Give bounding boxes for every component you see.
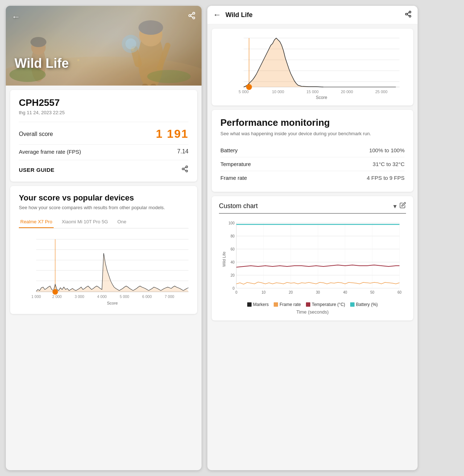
share-icon-small[interactable] [181, 165, 188, 174]
svg-text:20 000: 20 000 [341, 90, 353, 94]
perf-title: Performance monitoring [220, 117, 405, 128]
svg-text:50: 50 [370, 290, 374, 294]
stat-battery: Battery 100% to 100% [220, 144, 405, 157]
svg-text:40: 40 [343, 290, 347, 294]
distribution-chart: 5 000 10 000 15 000 20 000 25 000 Score [218, 34, 407, 100]
battery-value: 100% to 100% [369, 147, 405, 153]
legend-temperature: Temperature (°C) [306, 302, 345, 307]
svg-text:100: 100 [228, 221, 235, 225]
svg-text:3 000: 3 000 [75, 295, 84, 299]
svg-text:0: 0 [232, 286, 235, 290]
comparison-chart-svg: 1 000 2 000 3 000 4 000 5 000 6 000 7 00… [19, 234, 188, 307]
svg-text:Score: Score [316, 95, 327, 100]
svg-text:10: 10 [261, 290, 266, 294]
dropdown-icon[interactable]: ▾ [393, 202, 397, 210]
svg-line-27 [184, 167, 186, 168]
tab-xiaomi[interactable]: Xiaomi Mi 10T Pro 5G [60, 216, 109, 228]
svg-marker-36 [36, 253, 188, 292]
legend-markers: Markers [247, 302, 269, 307]
svg-point-37 [53, 289, 58, 295]
right-panel-header: ← Wild Life [207, 6, 418, 24]
svg-text:Wild Life: Wild Life [222, 252, 226, 267]
perf-stats: Battery 100% to 100% Temperature 31°C to… [220, 144, 405, 185]
custom-chart-label[interactable]: Custom chart [219, 202, 390, 210]
svg-text:0: 0 [235, 290, 237, 294]
share-button-right[interactable] [405, 11, 412, 20]
framerate-value: 4 FPS to 9 FPS [367, 175, 405, 181]
svg-point-13 [30, 37, 46, 47]
monitor-chart: Wild Life 100 80 60 40 20 0 [219, 219, 406, 299]
tab-one[interactable]: One [116, 216, 128, 228]
share-button-hero[interactable] [188, 12, 196, 21]
svg-text:60: 60 [231, 247, 235, 251]
user-guide-row: USER GUIDE [19, 160, 188, 174]
comparison-subtitle: See how your score compares with results… [19, 205, 188, 210]
legend-framerate: Frame rate [274, 302, 301, 307]
legend-label-battery: Battery (%) [356, 302, 378, 307]
svg-line-21 [191, 16, 193, 17]
svg-point-17 [131, 47, 134, 51]
svg-point-10 [125, 38, 136, 49]
legend-label-markers: Markers [253, 302, 269, 307]
monitor-chart-svg: Wild Life 100 80 60 40 20 0 [219, 219, 406, 299]
svg-line-22 [191, 14, 193, 15]
score-row: Overall score 1 191 [19, 122, 188, 141]
device-date: thg 11 24, 2023 22:25 [19, 110, 188, 115]
chart-legend: Markers Frame rate Temperature (°C) Batt… [219, 302, 406, 307]
right-panel: ← Wild Life [207, 6, 418, 470]
svg-point-59 [246, 84, 252, 90]
legend-dot-framerate [274, 302, 278, 307]
legend-battery: Battery (%) [350, 302, 378, 307]
svg-line-49 [407, 15, 409, 16]
custom-chart-selector: Custom chart ▾ [219, 202, 406, 214]
legend-dot-battery [350, 302, 355, 307]
fps-value: 7.14 [177, 148, 188, 155]
svg-text:30: 30 [316, 290, 320, 294]
legend-label-temperature: Temperature (°C) [312, 302, 345, 307]
svg-text:25 000: 25 000 [375, 90, 388, 94]
comparison-title: Your score vs popular devices [19, 193, 188, 203]
device-name: CPH2557 [19, 97, 188, 108]
hero-title: Wild Life [14, 56, 69, 71]
svg-text:20: 20 [231, 273, 235, 277]
svg-text:1 000: 1 000 [32, 295, 41, 299]
comparison-tabs: Realme X7 Pro Xiaomi Mi 10T Pro 5G One [19, 216, 188, 228]
temperature-value: 31°C to 32°C [373, 161, 405, 167]
svg-text:5 000: 5 000 [239, 90, 249, 94]
right-panel-title: Wild Life [225, 11, 400, 19]
perf-subtitle: See what was happening inside your devic… [220, 131, 405, 137]
stat-framerate: Frame rate 4 FPS to 9 FPS [220, 171, 405, 185]
comparison-chart: 1 000 2 000 3 000 4 000 5 000 6 000 7 00… [19, 234, 188, 307]
svg-text:10 000: 10 000 [272, 90, 284, 94]
svg-line-26 [184, 169, 186, 170]
user-guide-label[interactable]: USER GUIDE [19, 167, 54, 173]
svg-point-4 [138, 20, 163, 35]
svg-text:2 000: 2 000 [52, 295, 62, 299]
back-button-right[interactable]: ← [213, 10, 221, 20]
custom-chart-section: Custom chart ▾ Wild Life [212, 196, 413, 320]
svg-line-50 [407, 12, 409, 13]
info-card: CPH2557 thg 11 24, 2023 22:25 Overall sc… [10, 90, 197, 182]
legend-dot-markers [247, 302, 252, 307]
hero-section: ← Wild Life [6, 6, 202, 86]
edit-icon[interactable] [399, 202, 406, 210]
svg-text:4 000: 4 000 [97, 295, 107, 299]
svg-text:5 000: 5 000 [120, 295, 129, 299]
left-panel: ← Wild Life CPH2557 thg 11 24, 2023 22:2… [6, 6, 202, 470]
fps-label: Average frame rate (FPS) [19, 149, 81, 155]
overall-score-label: Overall score [19, 131, 53, 137]
framerate-label: Frame rate [220, 175, 247, 181]
svg-point-16 [77, 59, 79, 61]
overall-score-value: 1 191 [156, 127, 188, 141]
back-button-left[interactable]: ← [12, 12, 20, 22]
distribution-svg: 5 000 10 000 15 000 20 000 25 000 Score [218, 34, 407, 100]
legend-dot-temperature [306, 302, 310, 307]
svg-text:7 000: 7 000 [165, 295, 174, 299]
tab-realme[interactable]: Realme X7 Pro [19, 216, 54, 228]
x-axis-label: Time (seconds) [219, 309, 406, 315]
battery-label: Battery [220, 147, 238, 153]
svg-marker-58 [244, 38, 399, 87]
distribution-card: 5 000 10 000 15 000 20 000 25 000 Score [212, 29, 413, 105]
hero-art [6, 6, 202, 86]
svg-point-15 [147, 70, 191, 83]
